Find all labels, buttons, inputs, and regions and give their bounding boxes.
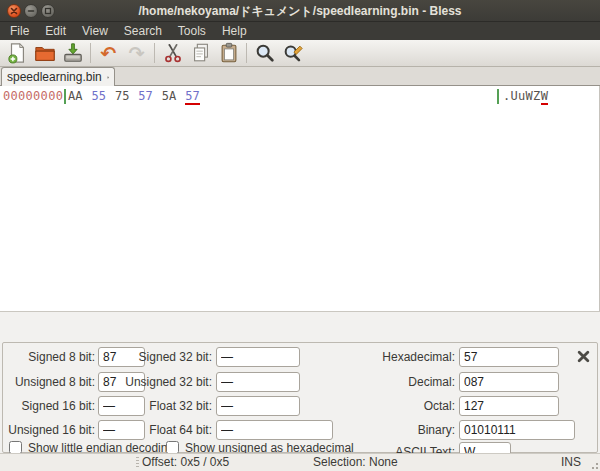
- octal-input[interactable]: [459, 396, 559, 416]
- float-32bit-input[interactable]: [216, 396, 300, 416]
- hex-byte-cursor[interactable]: 57: [185, 89, 199, 105]
- octal-label: Octal:: [341, 396, 455, 416]
- resize-grip[interactable]: [590, 461, 598, 469]
- statusbar-insert-mode: INS: [561, 454, 581, 471]
- toolbar-separator: [246, 43, 247, 63]
- paste-clipboard-icon: [218, 42, 240, 64]
- column-separator: [64, 89, 66, 104]
- toolbar: ↶ ↷: [0, 40, 600, 67]
- hex-byte[interactable]: AA: [68, 89, 82, 103]
- statusbar-separator: [136, 457, 139, 468]
- copy-icon: [190, 42, 212, 64]
- undo-button[interactable]: ↶: [96, 41, 121, 65]
- save-icon: [62, 42, 84, 64]
- unsigned-32bit-input[interactable]: [216, 372, 300, 392]
- menu-file[interactable]: File: [2, 22, 37, 40]
- float-32bit-label: Float 32 bit:: [121, 396, 212, 416]
- float-64bit-label: Float 64 bit:: [121, 420, 212, 440]
- redo-button[interactable]: ↷: [124, 41, 149, 65]
- find-button[interactable]: [252, 41, 277, 65]
- statusbar-selection: Selection: None: [313, 454, 398, 471]
- column-separator: [497, 89, 499, 104]
- menu-view[interactable]: View: [74, 22, 116, 40]
- menu-tools[interactable]: Tools: [170, 22, 214, 40]
- decimal-label: Decimal:: [341, 372, 455, 392]
- menu-search[interactable]: Search: [116, 22, 170, 40]
- tab-speedlearning-bin[interactable]: speedlearning.bin: [1, 67, 115, 86]
- unsigned-8bit-label: Unsigned 8 bit:: [3, 372, 95, 392]
- ascii-text[interactable]: .UuWZ: [503, 89, 541, 103]
- cut-scissors-icon: [162, 42, 184, 64]
- signed-32bit-input[interactable]: [216, 347, 300, 367]
- float-64bit-input[interactable]: [216, 420, 333, 440]
- titlebar: /home/nekoyama/ドキュメント/speedlearning.bin …: [0, 0, 600, 22]
- ascii-column[interactable]: .UuWZW: [503, 89, 548, 103]
- menu-edit[interactable]: Edit: [37, 22, 74, 40]
- unsigned-32bit-label: Unsigned 32 bit:: [121, 372, 212, 392]
- hex-byte[interactable]: 57: [138, 89, 152, 103]
- open-button[interactable]: [32, 41, 57, 65]
- hex-byte[interactable]: 5A: [162, 89, 176, 103]
- save-button[interactable]: [60, 41, 85, 65]
- new-file-button[interactable]: [4, 41, 29, 65]
- hexadecimal-label: Hexadecimal:: [341, 347, 455, 367]
- search-icon: [254, 42, 276, 64]
- cut-button[interactable]: [160, 41, 185, 65]
- hex-editor-area[interactable]: 00000000 AA5575575A57 .UuWZW: [0, 86, 600, 311]
- menu-help[interactable]: Help: [214, 22, 255, 40]
- hex-bytes[interactable]: AA5575575A57: [68, 89, 209, 103]
- hex-byte[interactable]: 75: [115, 89, 129, 103]
- hexadecimal-input[interactable]: [459, 347, 559, 367]
- tabbar: speedlearning.bin: [0, 67, 600, 86]
- redo-icon: ↷: [129, 42, 145, 64]
- toolbar-separator: [154, 43, 155, 63]
- decimal-input[interactable]: [459, 372, 559, 392]
- data-conversion-panel: Signed 8 bit: Unsigned 8 bit: Signed 16 …: [2, 342, 598, 453]
- statusbar: Offset: 0x5 / 0x5 Selection: None INS: [0, 453, 600, 471]
- hex-row: 00000000 AA5575575A57 .UuWZW: [0, 89, 600, 104]
- binary-label: Binary:: [341, 420, 455, 440]
- search-replace-icon: [282, 42, 304, 64]
- binary-input[interactable]: [459, 420, 575, 440]
- find-replace-button[interactable]: [280, 41, 305, 65]
- ascii-cursor-char[interactable]: W: [541, 89, 549, 105]
- open-folder-icon: [34, 42, 56, 64]
- signed-32bit-label: Signed 32 bit:: [121, 347, 212, 367]
- close-conversion-panel-icon[interactable]: [577, 350, 590, 363]
- tab-close-icon[interactable]: [107, 73, 109, 82]
- new-file-icon: [6, 42, 28, 64]
- toolbar-separator: [90, 43, 91, 63]
- unsigned-16bit-label: Unsigned 16 bit:: [3, 420, 95, 440]
- menubar: File Edit View Search Tools Help: [0, 22, 600, 40]
- paste-button[interactable]: [216, 41, 241, 65]
- signed-16bit-label: Signed 16 bit:: [3, 396, 95, 416]
- window-title: /home/nekoyama/ドキュメント/speedlearning.bin …: [0, 0, 600, 22]
- copy-button[interactable]: [188, 41, 213, 65]
- operation-bar: (0x5,0x5) AND as Hexadecimal 実行(E): [0, 311, 600, 342]
- statusbar-offset: Offset: 0x5 / 0x5: [142, 454, 229, 471]
- tab-label: speedlearning.bin: [7, 70, 102, 84]
- hex-byte[interactable]: 55: [91, 89, 105, 103]
- signed-8bit-label: Signed 8 bit:: [3, 347, 95, 367]
- offset-column: 00000000: [3, 89, 63, 103]
- undo-icon: ↶: [101, 42, 117, 64]
